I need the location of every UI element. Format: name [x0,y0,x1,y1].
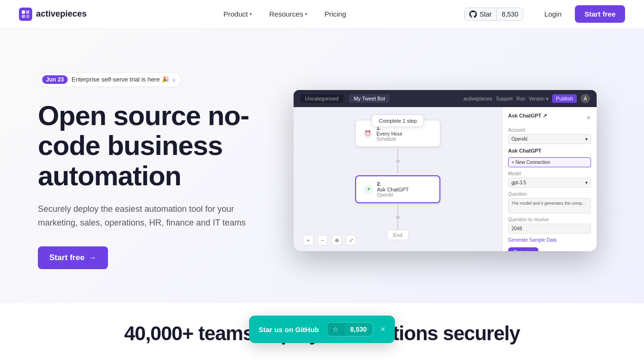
model-chevron-icon: ▾ [585,180,588,185]
hero-subtitle: Securely deploy the easiest automation t… [38,202,275,230]
sidebar-question-input[interactable]: The model and it generates the comp... [508,198,591,213]
popup-text: Star us on GitHub [259,326,319,334]
sidebar-askgpt-field: Ask ChatGPT [508,148,591,154]
resources-chevron-icon: ▾ [305,11,307,17]
nav-product[interactable]: Product ▾ [217,6,259,22]
expand-btn[interactable]: ⤢ [346,235,356,245]
mockup-brand: activepieces Support Run Version ▾ Publi… [464,94,590,103]
mockup-body: Complete 1 step ⏰ 1. Every Hour Schedule [294,107,597,251]
svg-rect-2 [26,10,29,14]
mockup-avatar: A [581,94,590,103]
flow-connector-3 [397,205,398,215]
hero-title: Open source no- code business automation [38,100,275,191]
sidebar-test-area: Test step [508,247,591,251]
app-mockup: Uncategorised My Tweet Bot activepieces … [294,90,597,251]
mockup-sidebar: Ask ChatGPT ↗ ✕ Account OpenAI ▾ Ask Cha… [502,107,597,251]
svg-rect-0 [19,8,32,21]
generate-sample-btn[interactable]: Generate Sample Data [508,237,591,243]
arrow-icon: → [89,253,97,262]
nav-center: Product ▾ Resources ▾ Pricing [106,6,464,22]
flow-connector-1 [397,149,398,158]
badge-text: Enterprise self-serve trial is here 🎉 [72,76,169,83]
badge-arrow-icon: › [173,76,175,83]
github-icon [469,10,477,18]
hero-start-free-button[interactable]: Start free → [38,246,108,269]
navbar: activepieces Product ▾ Resources ▾ Prici… [0,0,644,28]
popup-star-left: ☆ [327,323,344,336]
mockup-toolbar: + − ⊕ ⤢ [303,235,356,245]
sidebar-connection-field: + New Connection [508,157,591,167]
sidebar-question-receive-field: Question to receive 2048 [508,217,591,234]
nav-pricing[interactable]: Pricing [318,6,353,22]
zoom-out-btn[interactable]: − [317,235,328,245]
popup-close-button[interactable]: × [381,325,386,335]
github-star-left: Star [465,8,497,20]
mockup-canvas: Complete 1 step ⏰ 1. Every Hour Schedule [294,107,502,251]
select-chevron-icon: ▾ [585,136,588,142]
complete-toast: Complete 1 step [372,115,424,127]
hero-section: Jun 23 Enterprise self-serve trial is he… [0,28,644,303]
sidebar-connection-input[interactable]: + New Connection [508,157,591,167]
login-button[interactable]: Login [537,6,569,22]
sidebar-model-select[interactable]: gpt-3.5 ▾ [508,178,591,188]
logo-icon [19,8,32,21]
nav-resources[interactable]: Resources ▾ [262,6,314,22]
sidebar-account-field: Account OpenAI ▾ [508,127,591,144]
flow-dot-1 [396,159,400,163]
announcement-badge[interactable]: Jun 23 Enterprise self-serve trial is he… [38,72,181,87]
sidebar-question-field: Question The model and it generates the … [508,191,591,213]
svg-rect-4 [26,15,29,18]
github-star-button[interactable]: Star 8,530 [464,8,524,21]
logo-text: activepieces [36,9,87,19]
sidebar-account-select[interactable]: OpenAI ▾ [508,134,591,144]
svg-rect-1 [22,10,25,14]
sidebar-close-icon[interactable]: ✕ [586,115,591,121]
svg-rect-3 [22,15,25,18]
flow-step-2[interactable]: ✦ 2. Ask ChatGPT OpenAI [355,175,440,203]
hero-left: Jun 23 Enterprise self-serve trial is he… [38,72,275,270]
sidebar-question-receive-input[interactable]: 2048 [508,224,591,234]
chatgpt-icon: ✦ [364,185,373,194]
nav-right: Star 8,530 Login Start free [464,5,625,23]
flow-connector-4 [397,220,398,230]
flow-connector-2 [397,164,398,173]
sidebar-header: Ask ChatGPT ↗ ✕ [508,113,591,123]
mockup-topbar: Uncategorised My Tweet Bot activepieces … [294,90,597,107]
test-step-btn[interactable]: Test step [508,247,538,251]
github-popup: Star us on GitHub ☆ 8,530 × [249,316,395,343]
sidebar-model-field: Model gpt-3.5 ▾ [508,171,591,188]
zoom-in-btn[interactable]: + [303,235,313,245]
mockup-tab-tweet-bot[interactable]: My Tweet Bot [349,94,390,103]
flow-dot-2 [396,216,400,219]
popup-star-icon: ☆ [332,326,339,333]
mockup-tab-uncategorised[interactable]: Uncategorised [300,94,343,103]
step-1-info: 1. Every Hour Schedule [376,125,402,142]
flow-end: End [387,230,409,240]
logo-link[interactable]: activepieces [19,8,87,21]
hero-right: Uncategorised My Tweet Bot activepieces … [294,90,597,251]
popup-star-count: 8,530 [344,323,372,336]
product-chevron-icon: ▾ [250,11,252,17]
nav-start-free-button[interactable]: Start free [575,5,625,23]
fit-btn[interactable]: ⊕ [331,235,342,245]
step-2-info: 2. Ask ChatGPT OpenAI [377,181,409,198]
badge-date: Jun 23 [42,75,68,84]
schedule-icon: ⏰ [363,129,373,138]
github-star-count: 8,530 [497,8,523,20]
mockup-publish-btn[interactable]: Publish [552,94,577,103]
popup-star-button[interactable]: ☆ 8,530 [326,322,373,336]
